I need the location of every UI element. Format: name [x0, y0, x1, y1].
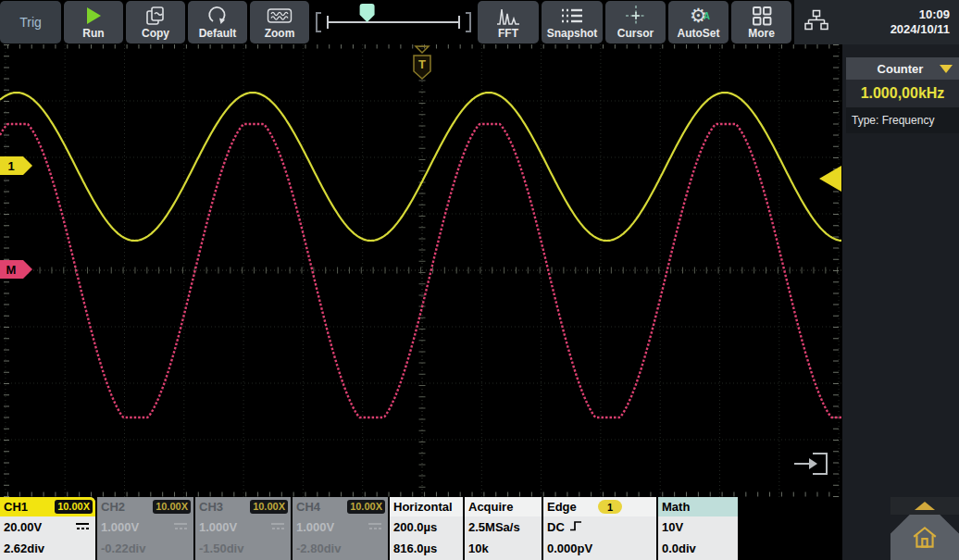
- top-toolbar: Trig Run Copy Default: [0, 0, 959, 44]
- ch3-scale: 1.000V: [199, 520, 237, 534]
- math-block[interactable]: Math 10V 0.0div: [658, 497, 738, 560]
- memory-depth: 10k: [468, 541, 489, 555]
- autoset-gear-icon: ⚙A: [690, 5, 707, 27]
- zoom-button[interactable]: Zoom: [250, 1, 309, 44]
- channel-block-ch2[interactable]: CH2 10.00X 1.000V -0.22div: [97, 497, 193, 560]
- scope-graticule: T1M: [0, 44, 842, 497]
- trigger-position-slider[interactable]: [312, 1, 475, 44]
- horizontal-block[interactable]: Horizontal 200.0µs 816.0µs: [390, 497, 463, 560]
- channel-block-ch1[interactable]: CH1 10.00X 20.00V 2.62div: [0, 497, 95, 560]
- ch1-position-marker[interactable]: [0, 156, 32, 175]
- reset-arrow-icon: [206, 5, 229, 27]
- sample-rate: 2.5MSa/s: [468, 520, 520, 534]
- ch4-scale: 1.000V: [296, 520, 334, 534]
- ch1-probe-badge: 10.00X: [55, 500, 93, 514]
- trigger-title: Edge: [547, 500, 577, 514]
- ch1-name: CH1: [4, 500, 28, 514]
- slider-thumb[interactable]: [360, 4, 375, 22]
- chevron-down-icon: [940, 65, 953, 73]
- waveform-display[interactable]: T1M: [0, 44, 842, 497]
- trigger-flag-label: T: [418, 57, 426, 71]
- math-title: Math: [662, 500, 690, 514]
- dc-coupling-icon: [75, 520, 90, 534]
- channel-block-ch4[interactable]: CH4 10.00X 1.000V -2.80div: [293, 497, 388, 560]
- cursor-button[interactable]: Cursor: [605, 1, 666, 44]
- ch2-name: CH2: [101, 500, 125, 514]
- math-scale: 10V: [662, 520, 683, 534]
- ch4-probe-badge: 10.00X: [347, 500, 385, 514]
- counter-title: Counter: [846, 62, 940, 76]
- rising-edge-icon: [569, 519, 583, 535]
- trigger-coupling: DC: [547, 520, 565, 534]
- cursor-crosshair-icon: [625, 5, 647, 27]
- counter-dropdown[interactable]: Counter: [846, 57, 959, 80]
- ch3-name: CH3: [199, 500, 223, 514]
- more-grid-icon: [751, 5, 773, 27]
- measurement-panel: Counter 1.000,00kHz Type: Frequency: [842, 44, 959, 560]
- status-area: 10:09 2024/10/11: [794, 0, 959, 44]
- time: 10:09: [890, 7, 950, 22]
- fft-spectrum-icon: [496, 5, 520, 27]
- horizontal-title: Horizontal: [393, 500, 453, 514]
- acquire-block[interactable]: Acquire 2.5MSa/s 10k: [465, 497, 542, 560]
- date: 2024/10/11: [890, 22, 950, 37]
- snapshot-button[interactable]: Snapshot: [542, 1, 603, 44]
- collapse-panel-button[interactable]: [890, 497, 959, 515]
- ch1-offset: 2.62div: [4, 541, 44, 555]
- trig-status[interactable]: Trig: [0, 1, 61, 44]
- copy-icon: [144, 5, 167, 27]
- default-button[interactable]: Default: [188, 1, 247, 44]
- chevron-up-icon: [915, 502, 935, 510]
- trigger-position-marker[interactable]: [416, 46, 429, 53]
- ch2-probe-badge: 10.00X: [153, 500, 191, 514]
- channel-block-ch3[interactable]: CH3 10.00X 1.000V -1.50div: [195, 497, 291, 560]
- horizontal-offset: 816.0µs: [393, 541, 437, 555]
- oscilloscope-screen: Trig Run Copy Default: [0, 0, 959, 560]
- clock[interactable]: 10:09 2024/10/11: [890, 7, 959, 37]
- ch3-probe-badge: 10.00X: [250, 500, 288, 514]
- zoom-waveform-icon: [267, 5, 293, 27]
- dc-coupling-icon: [270, 520, 285, 534]
- trigger-level: 0.000pV: [547, 541, 592, 555]
- home-icon: [911, 524, 939, 552]
- snapshot-list-icon: [560, 5, 584, 27]
- fft-button[interactable]: FFT: [478, 1, 539, 44]
- channel-status-bar: CH1 10.00X 20.00V 2.62div CH2 10.00X: [0, 497, 842, 560]
- ch1-marker-label: 1: [7, 159, 14, 173]
- ch2-scale: 1.000V: [101, 520, 139, 534]
- trig-label: Trig: [19, 17, 42, 29]
- ch3-offset: -1.50div: [199, 541, 243, 555]
- more-button[interactable]: More: [731, 1, 791, 44]
- counter-type: Type: Frequency: [846, 107, 959, 133]
- dc-coupling-icon: [173, 520, 188, 534]
- trigger-block[interactable]: Edge 1 DC 0.000pV: [543, 497, 656, 560]
- copy-button[interactable]: Copy: [126, 1, 185, 44]
- trigger-source-badge: 1: [598, 500, 622, 514]
- math-offset: 0.0div: [662, 541, 696, 555]
- trigger-level-marker[interactable]: [819, 166, 841, 192]
- play-icon: [87, 5, 101, 27]
- expand-arrow-head: [809, 458, 817, 469]
- run-button[interactable]: Run: [64, 1, 123, 44]
- timebase-value: 200.0µs: [393, 520, 437, 534]
- counter-value: 1.000,00kHz: [846, 80, 959, 107]
- ch1-scale: 20.00V: [4, 520, 42, 534]
- network-icon[interactable]: [803, 9, 829, 35]
- autoset-button[interactable]: ⚙A AutoSet: [668, 1, 729, 44]
- math-marker-label: M: [6, 263, 17, 277]
- math-position-marker[interactable]: [0, 260, 32, 279]
- dc-coupling-icon: [367, 520, 382, 534]
- acquire-title: Acquire: [468, 500, 513, 514]
- ch4-offset: -2.80div: [296, 541, 341, 555]
- ch2-offset: -0.22div: [101, 541, 145, 555]
- ch4-name: CH4: [296, 500, 320, 514]
